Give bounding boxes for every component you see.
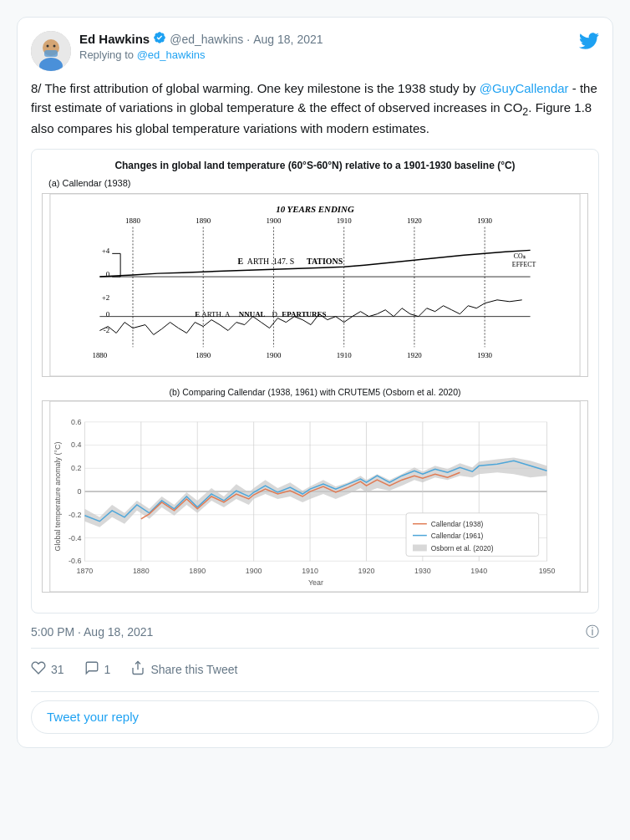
mention-guy-callendar[interactable]: @GuyCallendar <box>480 81 569 95</box>
like-icon <box>31 660 46 680</box>
svg-text:1880: 1880 <box>125 216 140 224</box>
svg-text:1950: 1950 <box>539 567 556 575</box>
svg-text:E: E <box>195 309 200 318</box>
svg-text:0: 0 <box>106 309 110 318</box>
comment-action[interactable]: 1 <box>84 660 111 680</box>
replying-to: Replying to @ed_hawkins <box>79 48 323 61</box>
svg-text:CO₂: CO₂ <box>514 252 526 260</box>
svg-point-5 <box>53 45 56 48</box>
svg-text:-2: -2 <box>104 326 109 334</box>
svg-text:1900: 1900 <box>267 351 282 359</box>
svg-text:+2: +2 <box>102 293 109 302</box>
svg-text:1920: 1920 <box>358 567 375 575</box>
twitter-bird-icon <box>579 31 599 56</box>
svg-text:1930: 1930 <box>477 351 492 359</box>
svg-text:1910: 1910 <box>337 351 352 359</box>
svg-text:10 YEARS ENDING: 10 YEARS ENDING <box>276 204 354 214</box>
svg-text:1900: 1900 <box>246 567 262 575</box>
svg-text:D: D <box>272 309 277 318</box>
svg-text:Global temperature anomaly (°C: Global temperature anomaly (°C) <box>53 441 62 551</box>
info-icon[interactable]: ⓘ <box>586 624 599 641</box>
svg-rect-3 <box>44 50 58 57</box>
svg-text:0.6: 0.6 <box>71 418 81 426</box>
tweet-header-left: Ed Hawkins @ed_hawkins · Aug 18, 2021 Re… <box>31 31 323 71</box>
share-action[interactable]: Share this Tweet <box>130 660 237 680</box>
user-name: Ed Hawkins <box>79 32 150 46</box>
svg-text:-0.4: -0.4 <box>69 533 81 542</box>
avatar[interactable] <box>31 31 71 71</box>
svg-text:0: 0 <box>77 487 81 496</box>
chart-section-b: Global temperature anomaly (°C) 0.6 0.4 … <box>42 400 588 596</box>
user-name-row: Ed Hawkins @ed_hawkins · Aug 18, 2021 <box>79 31 323 47</box>
replying-to-handle[interactable]: @ed_hawkins <box>137 48 206 61</box>
user-handle: @ed_hawkins <box>170 33 243 46</box>
tweet-meta: 5:00 PM · Aug 18, 2021 ⓘ <box>31 624 599 641</box>
svg-text:1900: 1900 <box>267 216 282 224</box>
like-action[interactable]: 31 <box>31 660 64 680</box>
svg-text:1890: 1890 <box>196 216 211 224</box>
svg-text:1920: 1920 <box>407 351 422 359</box>
svg-rect-89 <box>413 544 427 551</box>
svg-text:-0.6: -0.6 <box>69 557 81 565</box>
tweet-actions: 31 1 Share this Tweet <box>31 655 599 685</box>
svg-text:0: 0 <box>106 270 110 278</box>
svg-text:ARTH. A: ARTH. A <box>201 309 231 318</box>
user-info: Ed Hawkins @ed_hawkins · Aug 18, 2021 Re… <box>79 31 323 61</box>
chart-main-title: Changes in global land temperature (60°S… <box>42 160 588 171</box>
tweet-text-1: 8/ The first attribution of global warmi… <box>31 81 480 95</box>
svg-text:Osborn et al. (2020): Osborn et al. (2020) <box>431 544 494 552</box>
svg-text:EFFECT: EFFECT <box>512 261 536 268</box>
chart-b-title: (b) Comparing Callendar (1938, 1961) wit… <box>42 387 588 397</box>
svg-text:1880: 1880 <box>92 351 107 359</box>
share-icon <box>130 660 145 680</box>
svg-text:1890: 1890 <box>196 351 211 359</box>
svg-text:1870: 1870 <box>77 567 94 575</box>
divider-2 <box>31 691 599 692</box>
chart-section-a: (a) Callendar (1938) 10 YEARS ENDING 188… <box>42 178 588 380</box>
tweet-dot-separator: · <box>246 33 250 46</box>
svg-text:1930: 1930 <box>477 216 492 224</box>
tweet-body: 8/ The first attribution of global warmi… <box>31 79 599 139</box>
comment-icon <box>84 660 99 680</box>
tweet-date: Aug 18, 2021 <box>253 33 323 46</box>
reply-placeholder[interactable]: Tweet your reply <box>47 710 139 724</box>
chart-container: Changes in global land temperature (60°S… <box>31 149 599 613</box>
svg-point-4 <box>47 45 49 48</box>
share-label: Share this Tweet <box>150 663 237 676</box>
svg-text:TATIONS: TATIONS <box>307 257 343 266</box>
svg-text:0.2: 0.2 <box>71 464 81 472</box>
crutem5-comparison-chart: Global temperature anomaly (°C) 0.6 0.4 … <box>42 400 588 593</box>
svg-text:1940: 1940 <box>470 567 487 575</box>
callendar-1938-chart: 10 YEARS ENDING 1880 1890 1900 1910 1920… <box>42 193 588 377</box>
tweet-card: Ed Hawkins @ed_hawkins · Aug 18, 2021 Re… <box>17 17 613 748</box>
svg-text:1910: 1910 <box>302 567 318 575</box>
svg-text:1930: 1930 <box>414 567 431 575</box>
svg-text:+4: +4 <box>102 247 110 255</box>
svg-text:1910: 1910 <box>337 216 352 224</box>
svg-text:-0.2: -0.2 <box>69 511 81 519</box>
tweet-timestamp: 5:00 PM · Aug 18, 2021 <box>31 625 153 639</box>
tweet-header: Ed Hawkins @ed_hawkins · Aug 18, 2021 Re… <box>31 31 599 71</box>
divider-1 <box>31 648 599 649</box>
svg-text:1890: 1890 <box>189 567 206 575</box>
svg-text:0.4: 0.4 <box>71 440 81 449</box>
svg-text:Year: Year <box>308 578 323 587</box>
svg-text:Callendar (1961): Callendar (1961) <box>431 531 484 539</box>
verified-icon <box>153 31 166 47</box>
like-count: 31 <box>51 663 64 676</box>
comment-count: 1 <box>104 663 111 676</box>
chart-a-label: (a) Callendar (1938) <box>48 178 588 188</box>
svg-text:1880: 1880 <box>133 567 150 575</box>
reply-box[interactable]: Tweet your reply <box>31 700 599 734</box>
svg-text:ARTH .147. S: ARTH .147. S <box>247 257 295 266</box>
svg-text:E: E <box>238 257 244 266</box>
svg-text:1920: 1920 <box>407 216 422 224</box>
svg-text:Callendar (1938): Callendar (1938) <box>431 519 484 527</box>
